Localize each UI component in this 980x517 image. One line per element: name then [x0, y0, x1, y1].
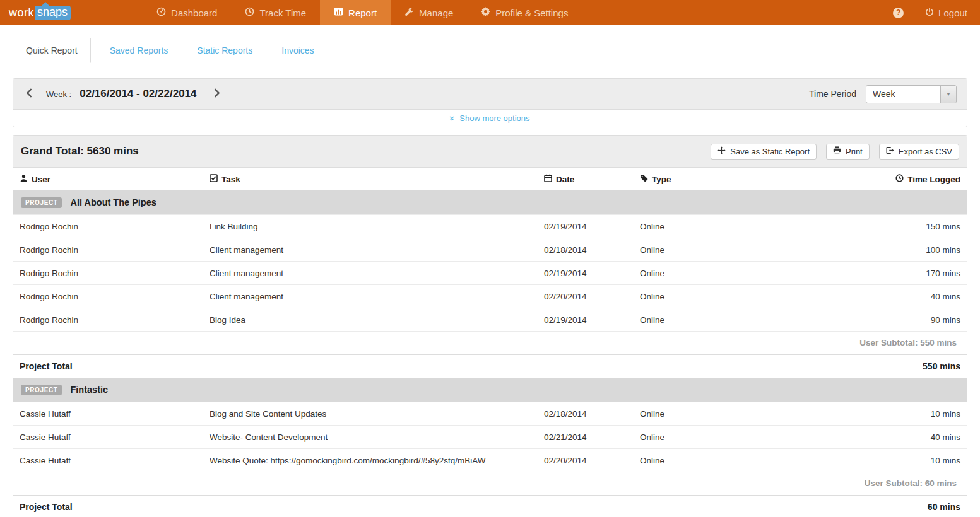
- nav-item-manage[interactable]: Manage: [391, 0, 467, 25]
- table-row: Cassie Hutaff Website Quote: https://gom…: [13, 448, 967, 472]
- report-header: Grand Total: 5630 mins Save as Static Re…: [13, 136, 967, 168]
- cell-date: 02/21/2014: [544, 433, 640, 442]
- show-more-options-link[interactable]: » Show more options: [450, 113, 529, 123]
- cell-time: 40 mins: [834, 292, 960, 301]
- next-week-button[interactable]: [211, 87, 223, 101]
- worksnaps-logo[interactable]: work snaps: [0, 0, 80, 25]
- user-subtotal-row: User Subtotal: 60 mins: [13, 472, 967, 495]
- chevron-right-icon: [212, 88, 221, 100]
- cell-task: Blog and Site Content Updates: [210, 409, 544, 419]
- calendar-icon: [544, 174, 552, 184]
- table-row: Cassie Hutaff Blog and Site Content Upda…: [13, 402, 967, 425]
- project-header: PROJECT Fintastic: [13, 378, 967, 402]
- column-label: Type: [652, 175, 671, 184]
- column-label: Date: [556, 175, 574, 184]
- show-more-label: Show more options: [459, 113, 529, 123]
- nav-item-label: Dashboard: [171, 8, 217, 18]
- cell-time: 150 mins: [834, 222, 960, 231]
- cell-user: Cassie Hutaff: [20, 456, 210, 465]
- week-label: Week :: [46, 90, 71, 99]
- column-header-type: Type: [640, 174, 834, 184]
- help-icon[interactable]: ?: [893, 8, 904, 18]
- top-navbar: work snaps Dashboard Track Time Report: [0, 0, 980, 25]
- wrench-icon: [404, 7, 414, 18]
- button-label: Export as CSV: [899, 147, 952, 156]
- dashboard-icon: [156, 7, 166, 18]
- tab-quick-report[interactable]: Quick Report: [13, 38, 91, 63]
- cell-user: Cassie Hutaff: [20, 433, 210, 442]
- nav-item-label: Profile & Settings: [495, 8, 568, 18]
- table-header-row: User Task Date Type Time Logged: [13, 168, 967, 190]
- column-header-time-logged: Time Logged: [834, 174, 960, 184]
- user-subtotal-row: User Subtotal: 550 mins: [13, 331, 967, 354]
- export-as-csv-button[interactable]: Export as CSV: [879, 144, 959, 160]
- report-actions: Save as Static Report Print Export as CS…: [711, 144, 959, 160]
- table-row: Rodrigo Rochin Client management 02/18/2…: [13, 238, 967, 261]
- save-as-static-report-button[interactable]: Save as Static Report: [711, 144, 817, 160]
- report-tabs: Quick Report Saved Reports Static Report…: [13, 38, 980, 63]
- gear-icon: [481, 7, 490, 18]
- tag-icon: [640, 174, 648, 184]
- clock-icon: [895, 174, 904, 184]
- project-badge: PROJECT: [21, 385, 62, 395]
- cell-date: 02/20/2014: [544, 292, 640, 301]
- cell-date: 02/18/2014: [544, 245, 640, 255]
- cell-type: Online: [640, 269, 834, 278]
- nav-item-label: Track Time: [259, 8, 306, 18]
- time-period-select[interactable]: Week ▼: [866, 85, 957, 103]
- chevron-down-icon: ▼: [946, 91, 951, 97]
- nav-item-label: Manage: [419, 8, 453, 18]
- time-period-control: Time Period Week ▼: [809, 85, 957, 103]
- cell-task: Client management: [210, 245, 544, 255]
- cell-time: 10 mins: [834, 409, 960, 419]
- print-button[interactable]: Print: [826, 144, 870, 160]
- cell-time: 90 mins: [834, 315, 960, 325]
- project-total-label: Project Total: [20, 502, 73, 512]
- project-total-label: Project Total: [20, 361, 73, 371]
- nav-item-profile-settings[interactable]: Profile & Settings: [467, 0, 582, 25]
- tab-saved-reports[interactable]: Saved Reports: [100, 38, 179, 63]
- cell-date: 02/18/2014: [544, 409, 640, 419]
- cell-user: Rodrigo Rochin: [20, 245, 210, 255]
- previous-week-button[interactable]: [23, 87, 35, 101]
- week-navigator: Week : 02/16/2014 - 02/22/2014 Time Peri…: [13, 79, 967, 110]
- logout-label: Logout: [938, 8, 967, 18]
- cell-task: Link Building: [210, 222, 544, 231]
- nav-item-report[interactable]: Report: [320, 0, 391, 25]
- more-options-bar: » Show more options: [13, 110, 967, 127]
- check-square-icon: [210, 174, 218, 184]
- cell-time: 170 mins: [834, 269, 960, 278]
- cell-date: 02/19/2014: [544, 222, 640, 231]
- select-dropdown-button[interactable]: ▼: [940, 86, 956, 103]
- logout-button[interactable]: Logout: [925, 8, 967, 18]
- project-total-value: 60 mins: [928, 502, 960, 512]
- nav-item-track-time[interactable]: Track Time: [231, 0, 320, 25]
- cell-type: Online: [640, 245, 834, 255]
- cell-type: Online: [640, 315, 834, 325]
- chevron-left-icon: [25, 88, 34, 100]
- tab-static-reports[interactable]: Static Reports: [187, 38, 263, 63]
- clock-icon: [245, 7, 254, 18]
- cell-type: Online: [640, 433, 834, 442]
- main-navigation: Dashboard Track Time Report Manage Profi…: [143, 0, 582, 25]
- logo-text-snaps: snaps: [35, 6, 71, 20]
- time-period-label: Time Period: [809, 89, 856, 99]
- column-label: User: [32, 175, 50, 184]
- tab-invoices[interactable]: Invoices: [271, 38, 324, 63]
- cell-time: 40 mins: [834, 433, 960, 442]
- navbar-right: ? Logout: [893, 0, 980, 25]
- nav-item-dashboard[interactable]: Dashboard: [143, 0, 231, 25]
- double-chevron-down-icon: »: [448, 116, 457, 121]
- logo-text-work: work: [9, 6, 34, 20]
- table-row: Rodrigo Rochin Client management 02/19/2…: [13, 261, 967, 284]
- cell-task: Client management: [210, 269, 544, 278]
- cell-user: Cassie Hutaff: [20, 409, 210, 419]
- column-header-task: Task: [210, 174, 544, 184]
- project-header: PROJECT All About The Pipes: [13, 190, 967, 214]
- cell-type: Online: [640, 409, 834, 419]
- table-row: Cassie Hutaff Website- Content Developme…: [13, 425, 967, 448]
- project-total-row: Project Total 60 mins: [13, 495, 967, 517]
- printer-icon: [833, 146, 841, 156]
- cell-task: Website- Content Development: [210, 433, 544, 442]
- cell-user: Rodrigo Rochin: [20, 269, 210, 278]
